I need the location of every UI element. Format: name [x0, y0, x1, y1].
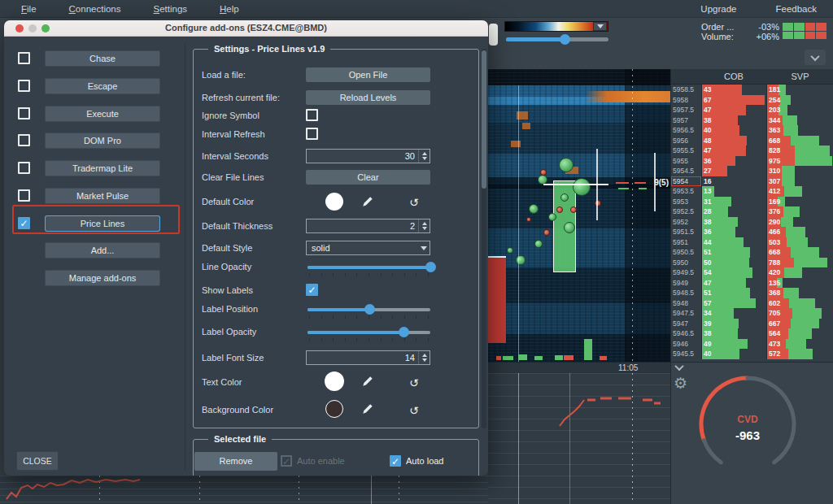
slider-thumb[interactable] — [399, 327, 409, 337]
interval-seconds-field[interactable]: 30 — [306, 149, 430, 163]
reload-levels-button[interactable]: Reload Levels — [306, 90, 430, 105]
spin-down-icon[interactable] — [422, 358, 427, 362]
spinner-buttons[interactable] — [418, 219, 430, 232]
color-picker-pen-icon[interactable] — [361, 195, 374, 208]
sidebar-item-escape[interactable]: Escape — [45, 78, 160, 94]
show-labels-checkbox[interactable]: ✓ — [306, 284, 318, 296]
ladder-row[interactable]: 595867254 — [671, 95, 833, 106]
sidebar-item-manage-add-ons[interactable]: Manage add-ons — [45, 270, 160, 286]
gear-icon[interactable]: ⚙ — [674, 374, 687, 393]
colormap-dropdown[interactable] — [593, 22, 607, 31]
reset-color-icon[interactable]: ↺ — [409, 197, 419, 208]
label-position-slider[interactable] — [307, 305, 430, 316]
slider-track[interactable] — [307, 331, 430, 334]
ladder-row[interactable]: 595144503 — [671, 237, 833, 248]
dropdown-arrow[interactable] — [418, 246, 430, 250]
auto-load-checkbox[interactable]: ✓ — [390, 455, 401, 467]
spinner-buttons[interactable] — [418, 150, 430, 163]
addon-checkbox-tradermap-lite[interactable]: ✓ — [18, 162, 30, 174]
sidebar-item-execute[interactable]: Execute — [45, 106, 160, 122]
slider-track[interactable] — [307, 266, 430, 269]
ladder-row[interactable]: 5958.543181 — [671, 85, 833, 95]
ladder-row[interactable]: 5955.547828 — [671, 146, 833, 156]
background-color-swatch[interactable] — [325, 400, 343, 418]
label-font-size-field[interactable]: 14 — [306, 350, 430, 365]
addon-checkbox-escape[interactable]: ✓ — [18, 80, 30, 92]
collapse-panel-button[interactable] — [805, 50, 826, 65]
menubar-item-help[interactable]: Help — [220, 4, 239, 14]
text-color-swatch[interactable] — [325, 371, 344, 391]
spin-down-icon[interactable] — [422, 157, 427, 160]
ladder-row[interactable]: 594649473 — [671, 339, 833, 350]
default-color-swatch[interactable] — [325, 193, 343, 211]
ladder-row[interactable]: 595648668 — [671, 136, 833, 146]
reset-color-icon[interactable]: ↺ — [409, 405, 419, 416]
cvd-chart-right[interactable] — [488, 373, 670, 504]
ask-dash — [639, 188, 647, 189]
sidebar-item-chase[interactable]: Chase — [45, 50, 160, 67]
spin-up-icon[interactable] — [422, 152, 427, 155]
ladder-row[interactable]: 5950.551668 — [671, 247, 833, 258]
color-picker-pen-icon[interactable] — [361, 402, 374, 415]
ignore-symbol-checkbox[interactable]: ✓ — [306, 109, 318, 121]
ladder-row[interactable]: 5947.534705 — [671, 308, 833, 319]
ladder-row[interactable]: 594739667 — [671, 319, 833, 329]
ladder-row[interactable]: 5953.513412 — [671, 186, 833, 197]
slider-thumb[interactable] — [425, 262, 436, 272]
ladder-row[interactable]: 5951.536466 — [671, 227, 833, 237]
ladder-row[interactable]: 5952.528376 — [671, 206, 833, 217]
slider-thumb[interactable] — [364, 304, 375, 315]
menubar-item-connections[interactable]: Connections — [69, 4, 121, 14]
default-thickness-field[interactable]: 2 — [306, 219, 430, 233]
ladder-row[interactable]: 5945.540572 — [671, 349, 833, 359]
addon-checkbox-dom-pro[interactable]: ✓ — [18, 134, 30, 146]
clear-button[interactable]: Clear — [306, 170, 430, 185]
ladder-row[interactable]: 595536975 — [671, 156, 833, 167]
cvd-chart-bottom[interactable] — [0, 476, 488, 504]
close-button[interactable]: CLOSE — [16, 451, 59, 471]
menubar-item-settings[interactable]: Settings — [153, 4, 187, 14]
spin-up-icon[interactable] — [422, 222, 427, 225]
ladder-row[interactable]: 595238290 — [671, 217, 833, 228]
line-opacity-slider[interactable] — [307, 263, 430, 274]
auto-enable-checkbox[interactable]: ✓ — [281, 455, 292, 467]
ladder-row[interactable]: 5946.538564 — [671, 328, 833, 339]
reset-color-icon[interactable]: ↺ — [409, 377, 419, 389]
ladder-row[interactable]: 595050788 — [671, 258, 833, 268]
open-file-button[interactable]: Open File — [306, 67, 430, 82]
settings-scrollbar[interactable] — [482, 49, 486, 428]
sidebar-item-add[interactable]: Add... — [45, 242, 160, 259]
menubar-item-upgrade[interactable]: Upgrade — [700, 4, 736, 14]
default-style-dropdown[interactable]: solid — [306, 241, 430, 255]
ladder-row[interactable]: 594857602 — [671, 298, 833, 309]
ladder-row[interactable]: 5956.540363 — [671, 125, 833, 136]
orderbook-heatmap[interactable] — [488, 69, 670, 362]
label-opacity-slider[interactable] — [307, 328, 430, 339]
sidebar-item-market-pulse[interactable]: Market Pulse — [45, 188, 160, 204]
ladder-row[interactable]: 5949.554420 — [671, 267, 833, 278]
ladder-row[interactable]: 595416307 — [671, 176, 833, 187]
ladder-row[interactable]: 595331169 — [671, 197, 833, 207]
sidebar-item-tradermap-lite[interactable]: Tradermap Lite — [45, 160, 160, 176]
addon-checkbox-market-pulse[interactable]: ✓ — [18, 189, 30, 202]
spin-down-icon[interactable] — [422, 227, 427, 230]
sidebar-item-dom-pro[interactable]: DOM Pro — [45, 133, 160, 149]
ladder-row[interactable]: 594947135 — [671, 278, 833, 289]
spin-up-icon[interactable] — [422, 354, 427, 357]
interval-refresh-checkbox[interactable]: ✓ — [306, 128, 318, 140]
menubar-item-file[interactable]: File — [21, 4, 37, 14]
slider-thumb[interactable] — [560, 34, 570, 45]
scrollbar-thumb[interactable] — [482, 50, 486, 189]
dialog-titlebar[interactable]: Configure add-ons (ESZ4.CME@BMD) — [4, 20, 488, 37]
menubar-item-feedback[interactable]: Feedback — [775, 4, 817, 14]
addon-checkbox-execute[interactable]: ✓ — [18, 107, 30, 119]
ladder-row[interactable]: 5954.527310 — [671, 166, 833, 176]
addon-checkbox-chase[interactable]: ✓ — [18, 52, 30, 64]
remove-button[interactable]: Remove — [194, 452, 277, 471]
ladder-row[interactable]: 595738344 — [671, 115, 833, 126]
spinner-buttons[interactable] — [418, 351, 430, 364]
color-picker-pen-icon[interactable] — [361, 375, 374, 388]
ladder-row[interactable]: 5948.551368 — [671, 288, 833, 298]
ladder-row[interactable]: 5957.547203 — [671, 105, 833, 115]
colormap-contrast-slider[interactable] — [506, 37, 608, 41]
